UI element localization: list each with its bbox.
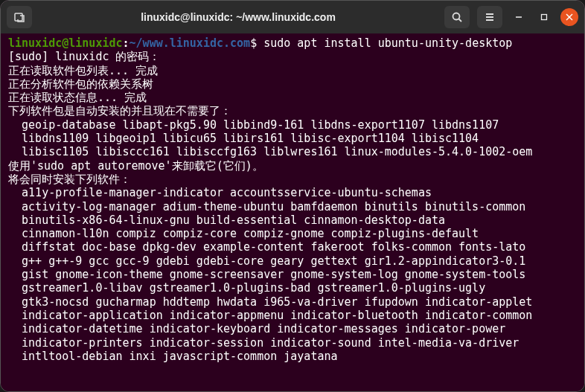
svg-point-1 xyxy=(453,13,460,20)
svg-rect-0 xyxy=(15,13,22,21)
command-text: sudo apt install ubuntu-unity-desktop xyxy=(263,36,512,50)
new-tab-button[interactable] xyxy=(7,6,32,28)
output-line: a11y-profile-manager-indicator accountss… xyxy=(8,186,432,199)
svg-line-2 xyxy=(459,19,462,22)
output-line: binutils-x86-64-linux-gnu build-essentia… xyxy=(8,213,445,227)
titlebar: linuxidc@linuxidc: ~/www.linuxidc.com xyxy=(1,1,584,33)
menu-button[interactable] xyxy=(477,6,502,28)
prompt-symbol: $ xyxy=(250,36,257,50)
prompt-path: ~/www.linuxidc.com xyxy=(130,36,251,50)
output-line: gstreamer1.0-libav gstreamer1.0-plugins-… xyxy=(8,281,485,295)
output-line: libisc1105 libisccc161 libisccfg163 libl… xyxy=(8,145,532,158)
maximize-button[interactable] xyxy=(535,8,553,26)
prompt-user: linuxidc@linuxidc xyxy=(8,36,123,50)
output-line: indicator-printers indicator-session ind… xyxy=(8,336,519,350)
output-line: gist gnome-icon-theme gnome-screensaver … xyxy=(8,268,525,281)
output-line: 将会同时安装下列软件： xyxy=(8,173,131,186)
output-line: geoip-database libapt-pkg5.90 libbind9-1… xyxy=(8,118,499,132)
output-line: indicator-application indicator-appmenu … xyxy=(8,309,532,322)
output-line: g++ g++-9 gcc gcc-9 gdebi gdebi-core gea… xyxy=(8,254,525,268)
output-line: activity-log-manager adium-theme-ubuntu … xyxy=(8,200,525,213)
output-line: cinnamon-l10n compiz compiz-core compiz-… xyxy=(8,227,479,240)
minimize-button[interactable] xyxy=(510,8,528,26)
output-line: 正在分析软件包的依赖关系树 xyxy=(8,77,153,91)
svg-rect-7 xyxy=(542,15,547,20)
window-title: linuxidc@linuxidc: ~/www.linuxidc.com xyxy=(38,11,438,23)
search-button[interactable] xyxy=(444,6,470,28)
titlebar-left xyxy=(7,6,32,28)
output-line: libdns1109 libgeoip1 libicu65 libirs161 … xyxy=(8,132,479,145)
output-line: 使用'sudo apt autoremove'来卸载它(它们)。 xyxy=(8,159,263,173)
titlebar-right xyxy=(444,6,578,28)
close-button[interactable] xyxy=(560,8,578,26)
output-line: [sudo] linuxidc 的密码： xyxy=(8,50,161,63)
output-line: gtk3-nocsd gucharmap hddtemp hwdata i965… xyxy=(8,295,532,309)
output-line: intltool-debian inxi javascript-common j… xyxy=(8,350,338,363)
terminal-content[interactable]: linuxidc@linuxidc:~/www.linuxidc.com$ su… xyxy=(1,33,584,391)
output-line: indicator-datetime indicator-keyboard in… xyxy=(8,322,505,335)
output-line: 正在读取软件包列表... 完成 xyxy=(8,64,158,77)
output-line: 下列软件包是自动安装的并且现在不需要了： xyxy=(8,104,231,118)
prompt-colon: : xyxy=(123,36,130,50)
terminal-window: linuxidc@linuxidc: ~/www.linuxidc.com xyxy=(0,0,585,392)
output-line: 正在读取状态信息... 完成 xyxy=(8,91,147,104)
output-line: diffstat doc-base dpkg-dev example-conte… xyxy=(8,240,525,254)
